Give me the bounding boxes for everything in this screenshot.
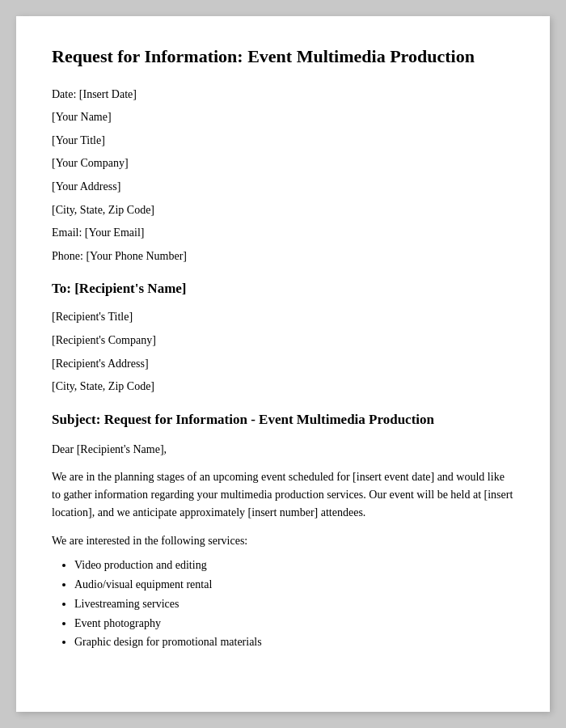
services-intro: We are interested in the following servi… [52,532,514,550]
sender-name: [Your Name] [52,109,514,125]
recipient-city-state-zip: [City, State, Zip Code] [52,379,514,395]
body-paragraph-1: We are in the planning stages of an upco… [52,468,514,521]
recipient-title: [Recipient's Title] [52,309,514,325]
list-item: Audio/visual equipment rental [74,575,514,595]
list-item: Graphic design for promotional materials [74,633,514,652]
sender-city-state-zip: [City, State, Zip Code] [52,202,514,218]
services-list: Video production and editing Audio/visua… [74,556,514,652]
recipient-section-title: To: [Recipient's Name] [52,280,514,298]
salutation: Dear [Recipient's Name], [52,441,514,459]
document: Request for Information: Event Multimedi… [16,16,550,712]
sender-title: [Your Title] [52,133,514,149]
document-title: Request for Information: Event Multimedi… [52,45,514,69]
list-item: Event photography [74,614,514,633]
list-item: Livestreaming services [74,595,514,614]
sender-phone: Phone: [Your Phone Number] [52,248,514,265]
sender-address: [Your Address] [52,179,514,195]
sender-company: [Your Company] [52,155,514,171]
sender-email: Email: [Your Email] [52,225,514,241]
sender-date: Date: [Insert Date] [52,87,514,103]
recipient-company: [Recipient's Company] [52,332,514,349]
recipient-address: [Recipient's Address] [52,356,514,372]
subject-title: Subject: Request for Information - Event… [52,411,514,430]
list-item: Video production and editing [74,556,514,575]
